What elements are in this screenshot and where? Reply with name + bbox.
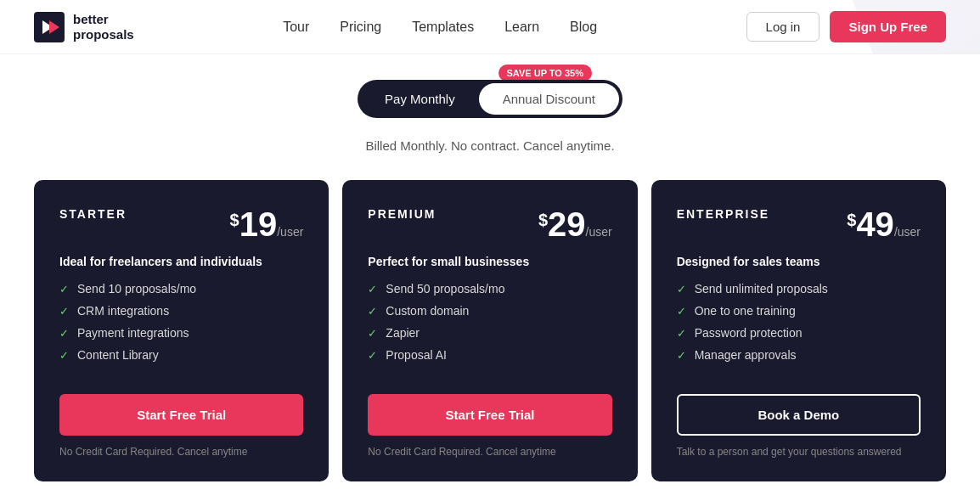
nav-templates[interactable]: Templates xyxy=(412,20,474,35)
starter-card: STARTER $19/user Ideal for freelancers a… xyxy=(34,180,329,481)
premium-feature-1: ✓Send 50 proposals/mo xyxy=(368,282,611,296)
starter-price-amount: 19 xyxy=(239,205,278,243)
logo-text: better proposals xyxy=(73,12,134,42)
enterprise-price-symbol: $ xyxy=(847,211,856,230)
enterprise-feature-1: ✓Send unlimited proposals xyxy=(677,282,921,296)
enterprise-footnote: Talk to a person and get your questions … xyxy=(677,446,921,458)
check-icon: ✓ xyxy=(677,283,686,296)
premium-feature-4: ✓Proposal AI xyxy=(368,348,611,362)
check-icon: ✓ xyxy=(677,327,686,340)
enterprise-feature-2: ✓One to one training xyxy=(677,304,921,318)
premium-feature-2: ✓Custom domain xyxy=(368,304,611,318)
enterprise-price-period: /user xyxy=(894,225,921,239)
starter-feature-3: ✓Payment integrations xyxy=(59,326,303,340)
premium-card-header: PREMIUM $29/user xyxy=(368,207,611,241)
header: better proposals Tour Pricing Templates … xyxy=(0,0,980,54)
enterprise-tier-label: ENTERPRISE xyxy=(677,207,769,221)
check-icon: ✓ xyxy=(368,349,377,362)
billing-toggle-container: SAVE UP TO 35% Pay Monthly Annual Discou… xyxy=(34,80,946,118)
nav-pricing[interactable]: Pricing xyxy=(340,20,381,35)
starter-cta-button[interactable]: Start Free Trial xyxy=(59,394,303,436)
premium-price-symbol: $ xyxy=(538,211,548,230)
premium-tier-label: PREMIUM xyxy=(368,207,436,221)
starter-price: $19/user xyxy=(230,207,304,241)
enterprise-cta-button[interactable]: Book a Demo xyxy=(677,394,921,436)
starter-subtitle: Ideal for freelancers and individuals xyxy=(59,255,303,268)
check-icon: ✓ xyxy=(59,283,69,296)
enterprise-subtitle: Designed for sales teams xyxy=(677,255,921,268)
enterprise-card: ENTERPRISE $49/user Designed for sales t… xyxy=(651,180,946,481)
nav-blog[interactable]: Blog xyxy=(570,20,597,35)
toggle-pill: Pay Monthly Annual Discount xyxy=(358,80,622,118)
premium-cta-button[interactable]: Start Free Trial xyxy=(368,394,611,436)
starter-card-header: STARTER $19/user xyxy=(59,207,303,241)
starter-price-period: /user xyxy=(277,225,303,239)
starter-price-symbol: $ xyxy=(230,211,239,230)
logo-icon xyxy=(34,12,65,42)
monthly-toggle[interactable]: Pay Monthly xyxy=(361,83,479,115)
billing-note: Billed Monthly. No contract. Cancel anyt… xyxy=(34,138,946,153)
premium-features: ✓Send 50 proposals/mo ✓Custom domain ✓Za… xyxy=(368,282,611,370)
premium-footnote: No Credit Card Required. Cancel anytime xyxy=(368,446,611,458)
save-badge: SAVE UP TO 35% xyxy=(498,65,592,82)
starter-features: ✓Send 10 proposals/mo ✓CRM integrations … xyxy=(59,282,303,370)
check-icon: ✓ xyxy=(59,305,69,318)
nav-learn[interactable]: Learn xyxy=(504,20,539,35)
starter-feature-2: ✓CRM integrations xyxy=(59,304,303,318)
premium-price-period: /user xyxy=(586,225,612,239)
premium-feature-3: ✓Zapier xyxy=(368,326,611,340)
enterprise-features: ✓Send unlimited proposals ✓One to one tr… xyxy=(677,282,921,370)
check-icon: ✓ xyxy=(59,327,69,340)
premium-price: $29/user xyxy=(538,207,612,241)
enterprise-feature-3: ✓Password protection xyxy=(677,326,921,340)
main-nav: Tour Pricing Templates Learn Blog xyxy=(283,20,597,35)
login-button[interactable]: Log in xyxy=(746,12,820,42)
premium-card: PREMIUM $29/user Perfect for small busin… xyxy=(342,180,637,481)
premium-price-amount: 29 xyxy=(548,205,586,243)
enterprise-price-amount: 49 xyxy=(856,205,894,243)
enterprise-price: $49/user xyxy=(847,207,921,241)
check-icon: ✓ xyxy=(677,349,686,362)
starter-footnote: No Credit Card Required. Cancel anytime xyxy=(59,446,303,458)
logo[interactable]: better proposals xyxy=(34,12,134,42)
annual-toggle[interactable]: Annual Discount xyxy=(479,83,619,115)
main-content: SAVE UP TO 35% Pay Monthly Annual Discou… xyxy=(0,54,980,501)
pricing-grid: STARTER $19/user Ideal for freelancers a… xyxy=(34,180,946,481)
starter-tier-label: STARTER xyxy=(59,207,127,221)
header-actions: Log in Sign Up Free xyxy=(746,11,946,42)
check-icon: ✓ xyxy=(368,283,377,296)
check-icon: ✓ xyxy=(59,349,69,362)
check-icon: ✓ xyxy=(677,305,686,318)
signup-button[interactable]: Sign Up Free xyxy=(830,11,946,42)
nav-tour[interactable]: Tour xyxy=(283,20,309,35)
enterprise-feature-4: ✓Manager approvals xyxy=(677,348,921,362)
starter-feature-1: ✓Send 10 proposals/mo xyxy=(59,282,303,296)
premium-subtitle: Perfect for small businesses xyxy=(368,255,611,268)
check-icon: ✓ xyxy=(368,327,377,340)
starter-feature-4: ✓Content Library xyxy=(59,348,303,362)
enterprise-card-header: ENTERPRISE $49/user xyxy=(677,207,921,241)
check-icon: ✓ xyxy=(368,305,377,318)
